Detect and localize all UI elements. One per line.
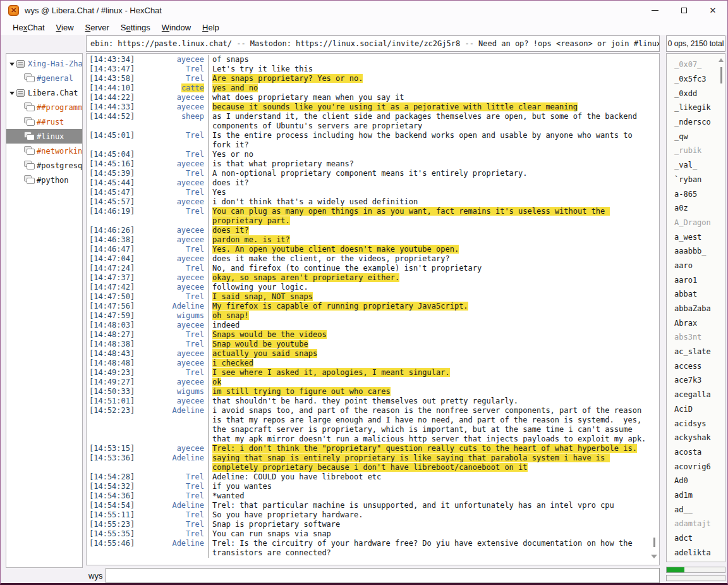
- message-nick[interactable]: Adeline: [137, 406, 208, 416]
- message-nick[interactable]: ayecee: [137, 283, 208, 292]
- message-nick[interactable]: Adeline: [137, 501, 208, 510]
- user-list-item[interactable]: ac_slate: [674, 345, 725, 359]
- tree-channel--postgresq[interactable]: #postgresq: [6, 158, 82, 173]
- message-nick[interactable]: Trel: [137, 520, 208, 529]
- userlist-scrollbar[interactable]: [719, 58, 725, 134]
- user-list-item[interactable]: acidsys: [674, 416, 725, 431]
- message-nick[interactable]: ayecee: [137, 349, 208, 359]
- user-list[interactable]: _0x07__0x5fc3_0xdd_likegik_ndersco_qw_ru…: [666, 53, 725, 562]
- message-nick[interactable]: ayecee: [137, 321, 208, 330]
- user-list-item[interactable]: _rubik: [674, 144, 725, 158]
- user-list-item[interactable]: _likegik: [674, 101, 725, 115]
- message-nick[interactable]: Trel: [137, 472, 208, 482]
- message-nick[interactable]: Trel: [137, 188, 208, 197]
- tree-channel--python[interactable]: #python: [6, 173, 82, 187]
- user-list-item[interactable]: _val_: [674, 158, 725, 173]
- message-nick[interactable]: ayecee: [137, 397, 208, 406]
- user-list-item[interactable]: ackyshak: [674, 431, 725, 445]
- chat-scrollbar[interactable]: [650, 55, 658, 563]
- user-list-item[interactable]: aaabbb_: [674, 244, 725, 259]
- message-nick[interactable]: Trel: [137, 150, 208, 159]
- message-nick[interactable]: ayecee: [137, 444, 208, 453]
- user-list-item[interactable]: Adeline: [674, 560, 725, 562]
- expander-icon[interactable]: [9, 61, 15, 67]
- scroll-up-icon[interactable]: [719, 58, 724, 62]
- message-nick[interactable]: ayecee: [137, 273, 208, 283]
- menu-settings[interactable]: Settings: [115, 21, 156, 34]
- user-list-item[interactable]: A_Dragon: [674, 216, 725, 230]
- user-list-item[interactable]: abbat: [674, 287, 725, 302]
- user-list-item[interactable]: `ryban: [674, 173, 725, 187]
- user-list-item[interactable]: a_west: [674, 230, 725, 244]
- message-nick[interactable]: Trel: [137, 245, 208, 254]
- expander-icon[interactable]: [9, 90, 15, 96]
- user-list-item[interactable]: Ad0: [674, 474, 725, 488]
- topic-bar[interactable]: ebin: https://paste.linux.chat/ -- Masto…: [86, 35, 660, 52]
- message-nick[interactable]: catte: [137, 83, 208, 93]
- message-nick[interactable]: ayecee: [137, 102, 208, 112]
- user-list-item[interactable]: acovrig6: [674, 459, 725, 474]
- user-list-item[interactable]: _0x5fc3: [674, 72, 725, 87]
- message-nick[interactable]: ayecee: [137, 359, 208, 368]
- user-list-item[interactable]: acosta: [674, 445, 725, 460]
- user-list-item[interactable]: ace7k3: [674, 373, 725, 388]
- message-nick[interactable]: sheep: [137, 112, 208, 121]
- message-input[interactable]: [106, 568, 660, 583]
- message-nick[interactable]: ayecee: [137, 159, 208, 169]
- message-nick[interactable]: Trel: [137, 482, 208, 491]
- userlist-scrollbar-thumb[interactable]: [720, 67, 722, 83]
- menu-help[interactable]: Help: [197, 21, 225, 34]
- message-nick[interactable]: Trel: [137, 131, 208, 140]
- message-nick[interactable]: Trel: [137, 510, 208, 520]
- user-list-item[interactable]: adamtajt: [674, 517, 725, 531]
- chat-scrollbar-thumb[interactable]: [653, 538, 655, 547]
- user-list-item[interactable]: _qw: [674, 129, 725, 144]
- message-nick[interactable]: ayecee: [137, 197, 208, 207]
- message-nick[interactable]: wigums: [137, 311, 208, 321]
- user-list-item[interactable]: access: [674, 359, 725, 373]
- message-nick[interactable]: Trel: [137, 264, 208, 273]
- user-list-item[interactable]: a0z: [674, 201, 725, 216]
- tree-channel--networkin[interactable]: #networkin: [6, 144, 82, 158]
- tree-channel--linux[interactable]: #linux: [6, 129, 82, 144]
- close-button[interactable]: ✕: [698, 1, 727, 20]
- message-nick[interactable]: Adeline: [137, 539, 208, 548]
- message-nick[interactable]: ayecee: [137, 178, 208, 188]
- message-nick[interactable]: ayecee: [137, 226, 208, 235]
- user-list-item[interactable]: _ndersco: [674, 115, 725, 130]
- message-nick[interactable]: ayecee: [137, 93, 208, 102]
- maximize-button[interactable]: [669, 1, 698, 20]
- user-list-item[interactable]: AciD: [674, 402, 725, 417]
- scroll-down-icon[interactable]: [651, 555, 657, 558]
- tree-server-libera-chat[interactable]: Libera.Chat: [6, 85, 82, 100]
- tree-channel--programm[interactable]: ##programm: [6, 100, 82, 114]
- message-nick[interactable]: ayecee: [137, 378, 208, 387]
- user-list-item[interactable]: ad1m: [674, 488, 725, 503]
- message-nick[interactable]: wigums: [137, 387, 208, 397]
- message-nick[interactable]: ayecee: [137, 235, 208, 245]
- message-nick[interactable]: Trel: [137, 74, 208, 83]
- message-nick[interactable]: Trel: [137, 340, 208, 349]
- tree-channel--rust[interactable]: ##rust: [6, 114, 82, 129]
- user-list-item[interactable]: _0x07_: [674, 58, 725, 72]
- message-nick[interactable]: ayecee: [137, 55, 208, 65]
- user-list-item[interactable]: aaro1: [674, 273, 725, 287]
- message-nick[interactable]: Trel: [137, 330, 208, 340]
- message-nick[interactable]: Trel: [137, 65, 208, 74]
- menu-server[interactable]: Server: [80, 21, 115, 34]
- message-nick[interactable]: Trel: [137, 169, 208, 178]
- menu-view[interactable]: View: [51, 21, 80, 34]
- message-nick[interactable]: Trel: [137, 491, 208, 501]
- menu-window[interactable]: Window: [156, 21, 197, 34]
- message-nick[interactable]: Adeline: [137, 302, 208, 311]
- minimize-button[interactable]: [640, 1, 669, 20]
- message-nick[interactable]: Trel: [137, 529, 208, 539]
- user-list-item[interactable]: _0xdd: [674, 86, 725, 101]
- user-list-item[interactable]: abbaZaba: [674, 302, 725, 316]
- message-nick[interactable]: Trel: [137, 207, 208, 216]
- message-nick[interactable]: Trel: [137, 292, 208, 302]
- user-list-item[interactable]: a-865: [674, 187, 725, 201]
- chat-message-area[interactable]: [14:43:34]ayeceeof snaps[14:43:47]TrelLe…: [86, 53, 660, 565]
- message-nick[interactable]: ayecee: [137, 254, 208, 264]
- menu-hexchat[interactable]: HexChat: [7, 21, 51, 34]
